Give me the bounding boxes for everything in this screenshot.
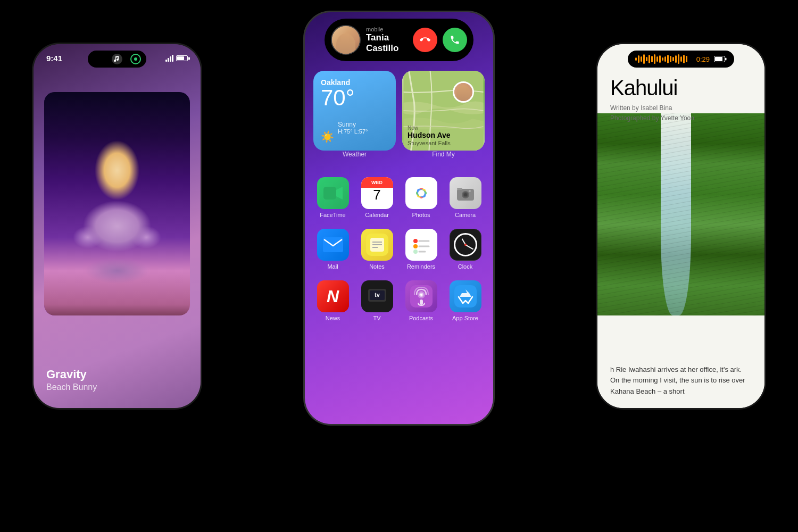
svg-rect-39 (420, 300, 423, 305)
app-clock[interactable]: Clock (446, 229, 485, 270)
podcasts-label: Podcasts (409, 315, 433, 321)
svg-point-12 (418, 190, 425, 196)
dynamic-island-center[interactable]: mobile Tania Castillo (325, 19, 473, 61)
calendar-icon: WED 7 (361, 177, 393, 209)
app-row-1: FaceTime WED 7 Calendar (313, 177, 485, 218)
calendar-date: 7 (373, 188, 380, 202)
app-row-2: Mail Notes (313, 229, 485, 270)
caller-name: Tania Castillo (366, 32, 408, 54)
svg-rect-19 (323, 237, 343, 252)
findmy-area: Stuyvesant Falls (408, 140, 479, 146)
accept-call-button[interactable] (443, 28, 467, 52)
news-icon: N (317, 280, 349, 312)
mail-icon (317, 229, 349, 261)
signal-icon (165, 55, 173, 62)
svg-point-28 (413, 244, 418, 248)
weather-temp: 70° (321, 87, 388, 109)
svg-rect-42 (715, 57, 722, 61)
photos-icon (405, 177, 437, 209)
voice-memo-timer: 0:29 (696, 55, 710, 63)
app-facetime[interactable]: FaceTime (313, 177, 352, 218)
app-row-3: N News tv TV (313, 280, 485, 321)
reminders-icon (405, 229, 437, 261)
svg-rect-25 (410, 234, 433, 256)
di-content-left (112, 54, 122, 64)
calendar-label: Calendar (365, 212, 389, 218)
app-podcasts[interactable]: Podcasts (402, 280, 440, 321)
svg-point-30 (413, 250, 418, 254)
clock-label: Clock (458, 263, 473, 270)
music-artist: Beach Bunny (46, 383, 188, 392)
album-art-illustration (44, 92, 190, 315)
app-photos[interactable]: Photos (402, 177, 440, 218)
app-camera[interactable]: Camera (446, 177, 485, 218)
caller-info: mobile Tania Castillo (366, 26, 408, 54)
article-title: Kahului (610, 76, 752, 100)
svg-rect-1 (323, 187, 336, 200)
app-tv[interactable]: tv TV (358, 280, 396, 321)
photos-label: Photos (412, 212, 430, 218)
weather-widget[interactable]: Oakland 70° ☀️ Sunny H:75° L:57° (313, 71, 396, 151)
waterfall-background (597, 113, 764, 315)
article-image (597, 113, 764, 315)
phone-right: 0:29 Kahului Written by Isabel Bina Phot… (596, 43, 766, 410)
calendar-day: WED (371, 180, 383, 185)
music-title: Gravity (46, 368, 188, 381)
battery-icon (176, 55, 188, 61)
findmy-widget-label: Find My (402, 151, 485, 158)
app-news[interactable]: N News (313, 280, 352, 321)
call-buttons (413, 28, 467, 52)
phone-accept-icon (450, 35, 460, 45)
album-art (44, 92, 190, 315)
clock-face (454, 233, 477, 256)
article-written-by: Written by Isabel Bina Photographed by Y… (610, 103, 752, 123)
mail-label: Mail (327, 263, 338, 270)
news-label: News (326, 315, 340, 321)
weather-widget-label: Weather (313, 151, 396, 158)
weather-range: H:75° L:57° (338, 128, 368, 135)
svg-rect-43 (725, 58, 727, 61)
music-info: Gravity Beach Bunny (46, 368, 188, 392)
camera-icon (450, 177, 481, 209)
tv-label: TV (373, 315, 380, 321)
notes-icon (361, 229, 393, 261)
app-calendar[interactable]: WED 7 Calendar (358, 177, 396, 218)
dynamic-island-left (88, 51, 146, 68)
svg-rect-14 (457, 188, 462, 190)
camera-label: Camera (455, 212, 476, 218)
findmy-info: Now Hudson Ave Stuyvesant Falls (408, 125, 479, 146)
left-status-time: 9:41 (46, 54, 62, 63)
facetime-label: FaceTime (320, 212, 346, 218)
app-appstore[interactable]: App Store (446, 280, 485, 321)
svg-text:tv: tv (375, 292, 380, 298)
app-notes[interactable]: Notes (358, 229, 396, 270)
findmy-address: Hudson Ave (408, 131, 479, 140)
decline-call-button[interactable] (413, 28, 437, 52)
app-mail[interactable]: Mail (313, 229, 352, 270)
svg-point-18 (469, 190, 471, 192)
call-notification: mobile Tania Castillo (325, 19, 473, 61)
weather-condition: Sunny (338, 121, 368, 128)
phone-decline-icon (420, 35, 430, 45)
caller-type: mobile (366, 26, 408, 32)
battery-right-icon (714, 56, 727, 62)
widgets-area: Oakland 70° ☀️ Sunny H:75° L:57° (313, 71, 485, 151)
phone-center: mobile Tania Castillo Oakland (303, 11, 495, 426)
appstore-label: App Store (452, 315, 478, 321)
clock-center-dot (464, 244, 467, 246)
sun-icon: ☀️ (321, 130, 334, 143)
svg-point-26 (413, 239, 418, 243)
notes-label: Notes (369, 263, 385, 270)
findmy-contact-avatar (453, 81, 474, 103)
app-grid: FaceTime WED 7 Calendar (313, 177, 485, 332)
tv-icon: tv (361, 280, 393, 312)
right-battery (714, 56, 727, 62)
caller-avatar (331, 25, 361, 55)
findmy-widget[interactable]: Now Hudson Ave Stuyvesant Falls (402, 71, 485, 151)
widget-labels: Weather Find My (313, 151, 485, 158)
svg-point-17 (464, 193, 467, 196)
activity-ring (130, 54, 141, 64)
article-header: Kahului Written by Isabel Bina Photograp… (610, 76, 752, 123)
app-reminders[interactable]: Reminders (402, 229, 440, 270)
ring-fill (134, 57, 137, 61)
